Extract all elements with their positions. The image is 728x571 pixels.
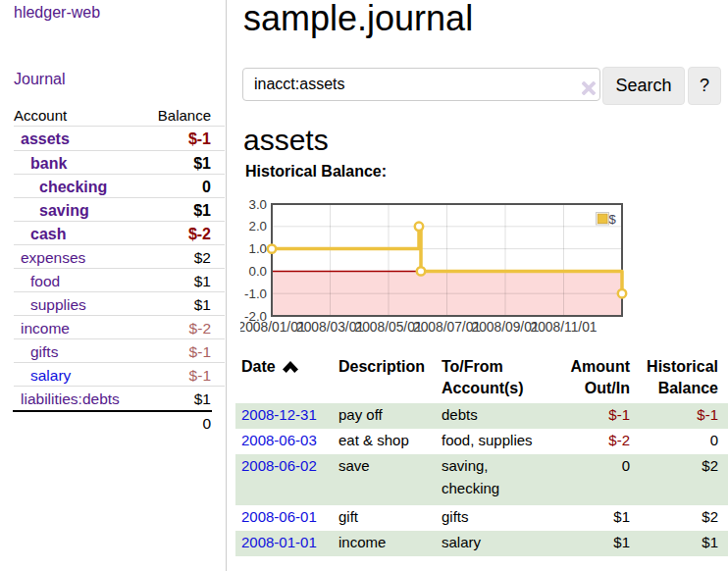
svg-text:1.0: 1.0 bbox=[249, 241, 268, 256]
svg-text:2008/09/01: 2008/09/01 bbox=[471, 320, 539, 335]
svg-text:3.0: 3.0 bbox=[249, 197, 268, 212]
svg-text:$: $ bbox=[609, 212, 617, 227]
svg-text:0.0: 0.0 bbox=[249, 264, 268, 279]
svg-text:-1.0: -1.0 bbox=[244, 286, 267, 301]
svg-text:2008/11/01: 2008/11/01 bbox=[530, 320, 597, 335]
svg-text:2.0: 2.0 bbox=[249, 219, 268, 234]
